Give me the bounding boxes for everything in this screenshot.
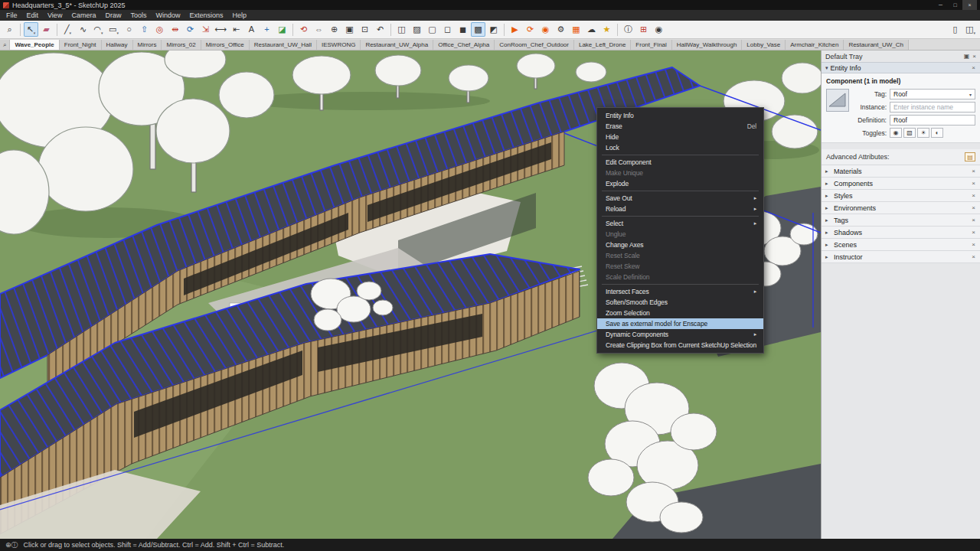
zoom-window-icon[interactable]: ▣ xyxy=(342,22,357,37)
circle-icon[interactable]: ○ xyxy=(122,22,136,37)
context-menu-item-edit-component[interactable]: Edit Component xyxy=(597,157,763,168)
tray-section-shadows[interactable]: ▸Shadows× xyxy=(822,227,980,239)
scene-tab-conroom-chef-outdoor[interactable]: ConRoom_Chef_Outdoor xyxy=(495,40,574,50)
zoom-icon[interactable]: ⊕ xyxy=(327,22,341,37)
viewport[interactable]: Entity InfoEraseDelHideLockEdit Componen… xyxy=(0,51,821,539)
enscape-start-icon[interactable]: ▶ xyxy=(508,22,522,37)
tray-section-materials[interactable]: ▸Materials× xyxy=(822,165,980,178)
hidden-line-icon[interactable]: ◻ xyxy=(440,22,455,37)
menu-edit[interactable]: Edit xyxy=(22,10,44,21)
menu-view[interactable]: View xyxy=(43,10,67,21)
enscape-live-sync-icon[interactable]: ⟳ xyxy=(523,22,537,37)
context-menu-item-erase[interactable]: EraseDel xyxy=(597,121,763,132)
context-menu-item-save-as-external-model-for-enscape[interactable]: Save as external model for Enscape xyxy=(597,318,763,329)
tray-section-instructor[interactable]: ▸Instructor× xyxy=(822,251,980,263)
menu-draw[interactable]: Draw xyxy=(100,10,126,21)
x-ray-icon[interactable]: ◫ xyxy=(394,22,409,37)
scene-tab-mirrors-office[interactable]: Mirrors_Office xyxy=(201,40,250,50)
monochrome-icon[interactable]: ◩ xyxy=(486,22,501,37)
menu-window[interactable]: Window xyxy=(151,10,185,21)
visibility-toggle[interactable]: ◉ xyxy=(890,128,902,138)
eraser-icon[interactable]: ▰ xyxy=(39,22,54,37)
new-panel-icon[interactable]: ▯ xyxy=(948,22,962,37)
offset-icon[interactable]: ◎ xyxy=(152,22,167,37)
close-icon[interactable]: × xyxy=(971,229,976,236)
scene-tab-front-final[interactable]: Front_Final xyxy=(631,40,671,50)
user-account-icon[interactable]: ◉ xyxy=(652,22,666,37)
lock-toggle[interactable]: ▧ xyxy=(903,128,916,138)
close-icon[interactable]: × xyxy=(971,180,976,187)
tray-section-styles[interactable]: ▸Styles× xyxy=(822,190,980,202)
scale-icon[interactable]: ⇲ xyxy=(198,22,213,37)
move-icon[interactable]: ⇹ xyxy=(168,22,182,37)
orbit-icon[interactable]: ⟲ xyxy=(296,22,311,37)
close-icon[interactable]: × xyxy=(971,64,976,71)
entity-info-header[interactable]: ▾ Entity Info × xyxy=(822,62,980,73)
scene-tab-hallway-walkthrough[interactable]: HallWay_Walkthrough xyxy=(672,40,743,50)
enscape-settings-icon[interactable]: ⚙ xyxy=(554,22,568,37)
zoom-extents-icon[interactable]: ⊡ xyxy=(358,22,372,37)
scene-tab-front-night[interactable]: Front_Night xyxy=(60,40,102,50)
warehouse-cart-icon[interactable]: ⊞ xyxy=(636,22,651,37)
scene-tab-hallway[interactable]: Hallway xyxy=(102,40,133,50)
context-menu-item-save-out[interactable]: Save Out▸ xyxy=(597,193,763,204)
close-icon[interactable]: × xyxy=(971,253,976,260)
close-button[interactable]: × xyxy=(962,0,977,10)
previous-view-icon[interactable]: ↶ xyxy=(373,22,387,37)
close-icon[interactable]: × xyxy=(971,204,976,211)
menu-camera[interactable]: Camera xyxy=(67,10,100,21)
scene-tab-restaurant-uw-ch[interactable]: Restaurant_UW_Ch xyxy=(844,40,909,50)
scene-tabs-menu-button[interactable]: ⌕ xyxy=(0,40,10,50)
menu-tools[interactable]: Tools xyxy=(126,10,151,21)
context-menu-item-select[interactable]: Select▸ xyxy=(597,218,763,229)
tray-section-environments[interactable]: ▸Environments× xyxy=(822,202,980,214)
context-menu-item-hide[interactable]: Hide xyxy=(597,132,763,142)
definition-input[interactable] xyxy=(890,115,975,126)
wireframe-icon[interactable]: ▢ xyxy=(425,22,439,37)
line-icon[interactable]: ╱▾ xyxy=(60,22,75,37)
scene-tab-lobby-vase[interactable]: Lobby_Vase xyxy=(742,40,786,50)
context-menu-item-reload[interactable]: Reload▸ xyxy=(597,204,763,214)
close-icon[interactable]: × xyxy=(971,217,976,223)
close-icon[interactable]: × xyxy=(971,168,976,174)
back-edges-icon[interactable]: ▨ xyxy=(410,22,424,37)
shaded-with-textures-icon[interactable]: ▩ xyxy=(471,22,485,37)
close-icon[interactable]: × xyxy=(972,53,976,60)
rectangle-icon[interactable]: ▭▾ xyxy=(106,22,121,37)
axes-icon[interactable]: + xyxy=(260,22,274,37)
scene-tab-wave-people[interactable]: Wave_People xyxy=(10,40,59,50)
maximize-button[interactable]: □ xyxy=(948,0,962,10)
minimize-button[interactable]: ─ xyxy=(933,0,948,10)
context-menu-item-create-clipping-box-from-current-sketchup-selection[interactable]: Create Clipping Box from Current SketchU… xyxy=(597,340,763,350)
close-icon[interactable]: × xyxy=(971,192,976,199)
instance-input[interactable] xyxy=(890,102,975,112)
tray-section-tags[interactable]: ▸Tags× xyxy=(822,214,980,227)
enscape-view-sync-icon[interactable]: ◉ xyxy=(538,22,553,37)
text-icon[interactable]: A xyxy=(244,22,259,37)
select-icon[interactable]: ↖▾ xyxy=(24,22,38,37)
tag-dropdown[interactable]: Roof ▾ xyxy=(890,89,975,99)
menu-extensions[interactable]: Extensions xyxy=(185,10,227,21)
context-menu-item-soften-smooth-edges[interactable]: Soften/Smooth Edges xyxy=(597,297,763,308)
scene-tab-office-chef-alpha[interactable]: Office_Chef_Alpha xyxy=(433,40,495,50)
freehand-icon[interactable]: ∿ xyxy=(76,22,90,37)
context-menu-item-entity-info[interactable]: Entity Info xyxy=(597,110,763,121)
enscape-upload-icon[interactable]: ☁ xyxy=(584,22,599,37)
enscape-favorites-icon[interactable]: ★ xyxy=(599,22,614,37)
section-plane-icon[interactable]: ◪ xyxy=(275,22,289,37)
context-menu-item-explode[interactable]: Explode xyxy=(597,178,763,189)
help-icon[interactable]: ⓘ xyxy=(621,22,635,37)
search-icon[interactable]: ⌕ xyxy=(2,22,17,37)
context-menu-item-zoom-selection[interactable]: Zoom Selection xyxy=(597,308,763,318)
tray-section-scenes[interactable]: ▸Scenes× xyxy=(822,239,980,251)
receive-shadows-toggle[interactable]: ◐ xyxy=(931,128,943,138)
scene-tab-ieswrong[interactable]: IESWRONG xyxy=(317,40,361,50)
context-menu-item-change-axes[interactable]: Change Axes xyxy=(597,240,763,250)
pin-icon[interactable]: ▣ xyxy=(964,53,970,60)
dimension-icon[interactable]: ⇤ xyxy=(229,22,243,37)
context-menu-item-dynamic-components[interactable]: Dynamic Components▸ xyxy=(597,329,763,340)
context-menu-item-intersect-faces[interactable]: Intersect Faces▸ xyxy=(597,286,763,297)
scene-tab-restaurant-uw-hall[interactable]: Restaurant_UW_Hall xyxy=(250,40,317,50)
advanced-attributes-icon[interactable]: ▤ xyxy=(965,152,975,161)
rotate-icon[interactable]: ⟳ xyxy=(183,22,198,37)
